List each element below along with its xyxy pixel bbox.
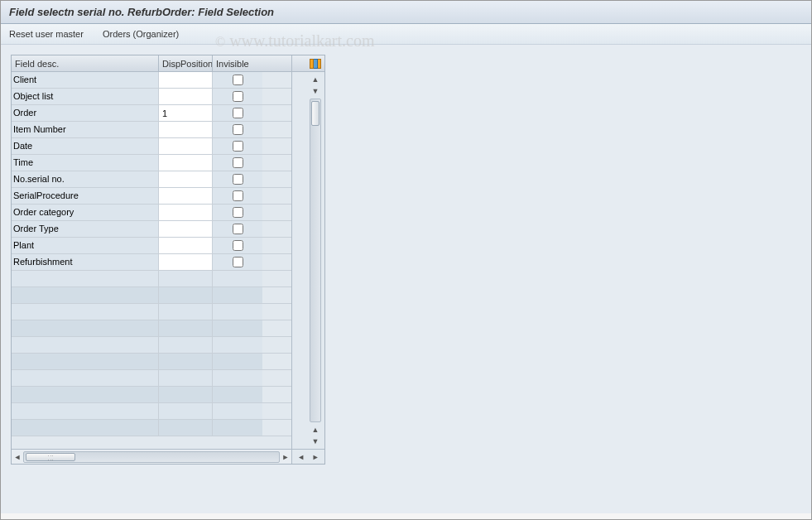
invisible-checkbox[interactable] [233,240,243,251]
cell-field-desc: Date [12,138,159,154]
content-area: Field desc. DispPosition Invisible Clien… [1,45,811,513]
cell-empty [159,420,213,436]
page-title: Field selectn serial no. RefurbOrder: Fi… [9,6,274,18]
cell-empty [213,271,262,286]
cell-invisible [213,122,262,137]
cell-empty [12,354,159,369]
invisible-checkbox[interactable] [233,174,243,185]
cell-disp-position [159,221,213,237]
cell-empty [159,287,213,303]
table-row-empty [12,370,291,387]
title-bar: Field selectn serial no. RefurbOrder: Fi… [1,1,811,24]
cell-empty [12,370,159,386]
invisible-checkbox[interactable] [233,75,243,85]
cell-empty [213,370,262,386]
h-scrollbar-thumb[interactable] [26,453,75,461]
table-row: Date [12,138,291,155]
v-scroll-down-icon[interactable]: ▼ [310,85,321,97]
invisible-checkbox[interactable] [233,257,243,267]
invisible-checkbox[interactable] [233,224,243,234]
cell-empty [12,387,159,402]
cell-disp-position [159,72,213,88]
table-row: Order category [12,205,291,221]
table-row-empty [12,420,291,436]
table-row: Item Number [12,122,291,138]
h-scroll-left2-icon[interactable]: ◄ [297,451,305,463]
v-scroll-up2-icon[interactable]: ▲ [310,424,321,436]
cell-empty [159,304,213,320]
table-row: SerialProcedure [12,188,291,205]
cell-field-desc: Order [12,105,159,121]
disp-position-input[interactable] [161,238,210,253]
cell-disp-position [159,171,213,187]
cell-empty [159,354,213,369]
cell-empty [12,320,159,336]
column-header-invisible[interactable]: Invisible [213,55,262,71]
v-scroll-down2-icon[interactable]: ▼ [310,436,321,447]
cell-disp-position [159,89,213,104]
disp-position-input[interactable] [161,254,210,270]
h-scroll-right2-icon[interactable]: ► [311,451,320,463]
disp-position-input[interactable] [161,72,210,88]
table-container: Field desc. DispPosition Invisible Clien… [11,55,325,465]
disp-position-input[interactable] [161,89,210,104]
menu-orders-organizer[interactable]: Orders (Organizer) [103,29,179,39]
column-header-field-desc[interactable]: Field desc. [12,55,159,71]
cell-disp-position [159,205,213,220]
cell-empty [12,287,159,303]
invisible-checkbox[interactable] [233,124,243,135]
table-row-empty [12,403,291,420]
table-row-empty [12,387,291,403]
disp-position-input[interactable] [161,188,210,204]
table-config-icon [310,59,321,69]
table-row-empty [12,287,291,304]
cell-invisible [213,188,262,204]
h-scroll-left-icon[interactable]: ◄ [13,451,22,463]
h-scrollbar-track[interactable] [23,451,280,463]
v-scrollbar-container: ▲ ▼ ▲ ▼ [292,72,324,449]
disp-position-input[interactable] [161,105,210,121]
cell-invisible [213,171,262,187]
h-scroll-right-icon[interactable]: ► [281,451,290,463]
cell-disp-position [159,238,213,253]
cell-field-desc: Refurbishment [12,254,159,270]
table-config-button[interactable] [292,55,324,72]
table-row-empty [12,337,291,354]
cell-empty [12,337,159,353]
cell-empty [213,354,262,369]
disp-position-input[interactable] [161,155,210,171]
invisible-checkbox[interactable] [233,190,243,201]
disp-position-input[interactable] [161,138,210,154]
disp-position-input[interactable] [161,122,210,137]
column-header-disp-position[interactable]: DispPosition [159,55,213,71]
disp-position-input[interactable] [161,221,210,237]
cell-field-desc: Time [12,155,159,171]
cell-empty [159,387,213,402]
cell-invisible [213,238,262,253]
bottom-right-corner: ◄ ► [292,449,324,464]
cell-field-desc: No.serial no. [12,171,159,187]
disp-position-input[interactable] [161,171,210,187]
cell-empty [12,403,159,419]
table-row: Order Type [12,221,291,238]
table-row: Client [12,72,291,89]
cell-empty [213,304,262,320]
table-row-empty [12,320,291,337]
cell-invisible [213,72,262,88]
v-scrollbar-thumb[interactable] [311,101,320,126]
table-row-empty [12,271,291,287]
invisible-checkbox[interactable] [233,91,243,102]
table-row: Order [12,105,291,122]
invisible-checkbox[interactable] [233,157,243,168]
v-scroll-up-icon[interactable]: ▲ [310,74,321,85]
cell-disp-position [159,188,213,204]
invisible-checkbox[interactable] [233,141,243,152]
invisible-checkbox[interactable] [233,108,243,118]
cell-invisible [213,138,262,154]
table-row: Object list [12,89,291,105]
disp-position-input[interactable] [161,205,210,220]
cell-empty [12,271,159,286]
invisible-checkbox[interactable] [233,207,243,218]
v-scrollbar-track[interactable] [310,99,321,422]
menu-reset-user-master[interactable]: Reset user master [9,29,84,39]
